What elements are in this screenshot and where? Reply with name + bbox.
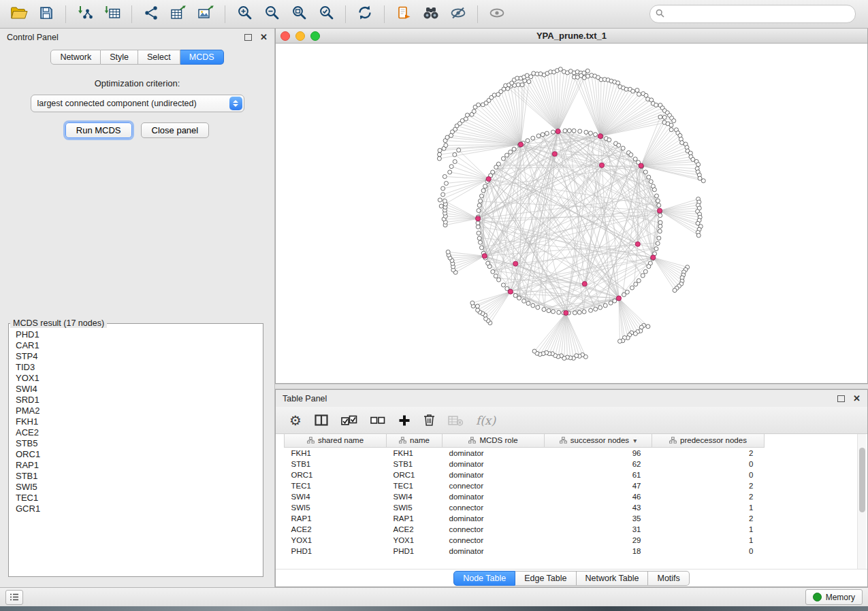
control-panel-header: Control Panel ✕ (0, 29, 274, 46)
close-panel-icon[interactable]: ✕ (853, 394, 861, 403)
column-label: MCDS role (479, 436, 517, 444)
column-header-shared-name[interactable]: shared name (285, 434, 387, 448)
mcds-result-item[interactable]: TEC1 (10, 493, 261, 503)
table-row[interactable]: FKH1FKH1dominator962 (285, 448, 765, 459)
float-panel-icon[interactable] (244, 34, 252, 41)
table-toolbar: ⚙ f(x) (276, 407, 867, 434)
column-header-successor-nodes[interactable]: successor nodes▾ (545, 434, 652, 448)
table-scrollbar[interactable] (857, 434, 866, 569)
global-search-field[interactable] (649, 5, 856, 23)
close-panel-button[interactable]: Close panel (141, 122, 210, 138)
mcds-result-item[interactable]: STP4 (10, 351, 261, 362)
table-row[interactable]: YOX1YOX1connector291 (285, 535, 765, 546)
table-row[interactable]: SWI4SWI4dominator462 (285, 491, 765, 502)
table-cell: dominator (443, 513, 545, 524)
tab-motifs[interactable]: Motifs (648, 571, 689, 586)
delete-columns-icon[interactable] (423, 414, 435, 427)
table-row[interactable]: ACE2ACE2connector311 (285, 524, 765, 535)
mcds-result-item[interactable]: GCR1 (10, 503, 261, 514)
show-columns-icon[interactable] (315, 414, 328, 426)
column-header-name[interactable]: name (387, 434, 443, 448)
select-all-icon[interactable] (341, 415, 357, 426)
table-row[interactable]: RAP1RAP1dominator352 (285, 513, 765, 524)
import-network-from-file-button[interactable] (73, 3, 97, 25)
export-network-button[interactable] (139, 3, 163, 25)
tab-network[interactable]: Network (50, 50, 101, 65)
mcds-result-item[interactable]: CAR1 (10, 340, 261, 351)
float-panel-icon[interactable] (837, 395, 845, 402)
table-cell: FKH1 (387, 448, 443, 459)
clone-network-button[interactable] (391, 3, 416, 25)
apply-preferred-layout-button[interactable] (353, 3, 377, 25)
mcds-result-item[interactable]: TID3 (10, 362, 261, 373)
zoom-out-button[interactable] (259, 3, 284, 25)
import-table-from-file-button[interactable] (100, 3, 125, 25)
deselect-all-icon[interactable] (370, 416, 385, 425)
main-toolbar (0, 0, 868, 29)
search-input[interactable] (669, 9, 850, 20)
zoom-in-button[interactable] (232, 3, 257, 25)
search-find-button[interactable] (419, 3, 443, 25)
save-session-button[interactable] (34, 3, 59, 25)
mcds-result-item[interactable]: STB5 (10, 438, 261, 449)
horizontal-splitter[interactable] (275, 384, 868, 389)
table-row[interactable]: ORC1ORC1dominator610 (285, 469, 765, 480)
show-all-button[interactable] (485, 3, 509, 25)
mcds-result-item[interactable]: SWI5 (10, 482, 261, 493)
column-header-MCDS-role[interactable]: MCDS role (443, 434, 545, 448)
open-session-button[interactable] (7, 3, 31, 25)
table-row[interactable]: TEC1TEC1connector472 (285, 480, 765, 491)
table-row[interactable]: STB1STB1dominator620 (285, 459, 765, 469)
mcds-result-item[interactable]: PMA2 (10, 406, 261, 416)
dropdown-arrows-icon (229, 97, 242, 110)
mcds-result-item[interactable]: PHD1 (10, 329, 261, 340)
network-window-titlebar[interactable]: YPA_prune.txt_1 (276, 29, 867, 44)
run-mcds-button[interactable]: Run MCDS (65, 122, 132, 138)
mcds-result-item[interactable]: SRD1 (10, 395, 261, 406)
close-panel-icon[interactable]: ✕ (260, 33, 268, 42)
table-cell: connector (443, 502, 545, 513)
tab-select[interactable]: Select (138, 50, 180, 65)
table-row[interactable]: PHD1PHD1dominator180 (285, 546, 765, 557)
table-bottom-tabs: Node TableEdge TableNetwork TableMotifs (276, 569, 867, 587)
table-panel-title: Table Panel (283, 394, 327, 403)
export-image-button[interactable] (193, 3, 218, 25)
optimization-criterion-select[interactable]: largest connected component (undirected) (31, 95, 244, 112)
table-cell: SWI5 (285, 502, 387, 513)
table-cell: TEC1 (387, 480, 443, 491)
sort-indicator-icon: ▾ (633, 437, 637, 444)
tab-edge-table[interactable]: Edge Table (515, 571, 576, 586)
tab-node-table[interactable]: Node Table (453, 571, 515, 586)
tab-mcds[interactable]: MCDS (180, 50, 224, 65)
network-canvas[interactable] (276, 44, 867, 383)
mcds-result-item[interactable]: RAP1 (10, 460, 261, 471)
scrollbar-thumb[interactable] (859, 448, 865, 512)
table-row[interactable]: SWI5SWI5connector431 (285, 502, 765, 513)
column-header-predecessor-nodes[interactable]: predecessor nodes (652, 434, 765, 448)
hide-selected-button[interactable] (446, 3, 470, 25)
memory-button[interactable]: Memory (805, 589, 863, 605)
tab-network-table[interactable]: Network Table (577, 571, 649, 586)
table-panel-header: Table Panel ✕ (276, 390, 867, 407)
memory-status-icon (813, 593, 822, 601)
mcds-result-item[interactable]: SWI4 (10, 384, 261, 395)
zoom-fit-content-button[interactable] (287, 3, 311, 25)
table-cell: YOX1 (387, 535, 443, 546)
table-cell: ORC1 (387, 469, 443, 480)
table-cell: 0 (652, 459, 765, 469)
table-cell: SWI4 (387, 491, 443, 502)
table-cell: dominator (443, 469, 545, 480)
mcds-result-item[interactable]: ACE2 (10, 427, 261, 438)
tab-style[interactable]: Style (101, 50, 138, 65)
mcds-result-item[interactable]: STB1 (10, 471, 261, 482)
mcds-result-item[interactable]: ORC1 (10, 449, 261, 460)
zoom-in-icon (237, 5, 253, 23)
create-column-icon[interactable] (398, 414, 411, 427)
mcds-result-item[interactable]: FKH1 (10, 416, 261, 427)
table-settings-icon[interactable]: ⚙ (289, 414, 302, 427)
zoom-selected-region-button[interactable] (314, 3, 338, 25)
table-cell: RAP1 (285, 513, 387, 524)
mcds-result-item[interactable]: YOX1 (10, 373, 261, 384)
export-table-button[interactable] (166, 3, 191, 25)
panel-menu-button[interactable] (5, 590, 23, 605)
